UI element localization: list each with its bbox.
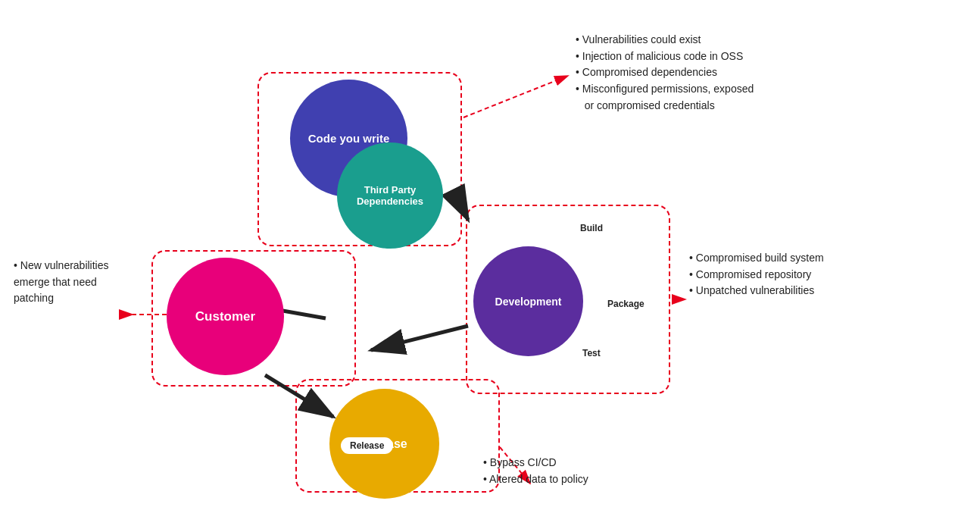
circle-customer: Customer xyxy=(167,258,284,375)
circle-customer-label: Customer xyxy=(195,309,255,324)
circle-code-label: Code you write xyxy=(308,132,390,145)
circle-development-label: Development xyxy=(495,296,562,308)
circle-development: Development xyxy=(473,246,583,356)
bypass-list: Bypass CI/CD Altered data to policy xyxy=(483,455,726,487)
compromised-item-1: Compromised build system xyxy=(689,250,954,267)
circle-third-party: Third Party Dependencies xyxy=(337,142,443,249)
text-middle-left: New vulnerabilitiesemerge that needpatch… xyxy=(14,258,165,307)
bypass-item-2: Altered data to policy xyxy=(483,471,726,488)
bypass-item-1: Bypass CI/CD xyxy=(483,455,726,471)
label-package: Package xyxy=(598,296,654,312)
vuln-item-3: Compromised dependencies xyxy=(576,64,909,81)
new-vuln-list: New vulnerabilitiesemerge that needpatch… xyxy=(14,258,165,307)
text-bottom-center: Bypass CI/CD Altered data to policy xyxy=(483,455,726,487)
text-right-middle: Compromised build system Compromised rep… xyxy=(689,250,954,299)
vuln-item-2: Injection of malicious code in OSS xyxy=(576,49,909,65)
label-release-inner: Release xyxy=(341,437,393,454)
svg-line-6 xyxy=(371,326,468,350)
compromised-item-2: Compromised repository xyxy=(689,267,954,283)
vulnerabilities-list: Vulnerabilities could exist Injection of… xyxy=(576,32,909,114)
vuln-item-4: Misconfigured permissions, exposed or co… xyxy=(576,81,909,114)
label-test: Test xyxy=(573,345,610,362)
release-inner-text: Release xyxy=(350,440,384,451)
diagram-container: Code you write Third Party Dependencies … xyxy=(0,0,980,529)
circle-third-party-label: Third Party Dependencies xyxy=(357,184,423,207)
svg-line-4 xyxy=(463,76,568,117)
label-build: Build xyxy=(571,220,612,236)
text-top-right: Vulnerabilities could exist Injection of… xyxy=(576,32,909,114)
compromised-item-3: Unpatched vulnerabilities xyxy=(689,283,954,299)
vuln-item-1: Vulnerabilities could exist xyxy=(576,32,909,49)
new-vuln-item: New vulnerabilitiesemerge that needpatch… xyxy=(14,258,165,307)
compromised-list: Compromised build system Compromised rep… xyxy=(689,250,954,299)
